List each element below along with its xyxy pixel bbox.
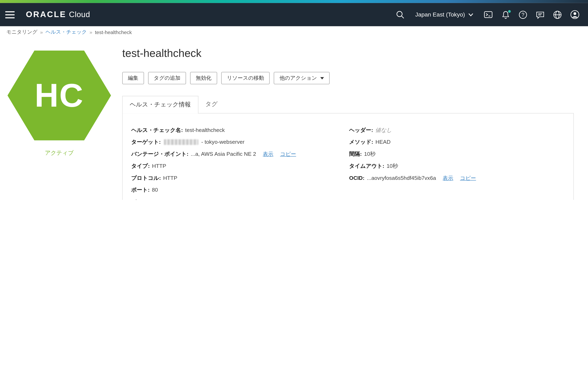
resource-avatar-initials: HC — [35, 76, 84, 115]
healthcheck-info-panel: ヘルス・チェック名: test-healthcheck ターゲット: - tok… — [122, 113, 574, 200]
redacted-target-value — [164, 139, 198, 145]
field-port: ポート: 80 — [131, 186, 349, 194]
breadcrumb-separator: » — [89, 29, 92, 35]
caret-down-icon — [320, 77, 324, 79]
field-method: メソッド: HEAD — [349, 138, 566, 146]
top-navigation-bar: ORACLE Cloud Japan East (Tokyo) — [0, 3, 588, 26]
more-actions-button[interactable]: 他のアクション — [274, 72, 330, 84]
notifications-bell-icon[interactable] — [501, 10, 510, 19]
details-left-column: ヘルス・チェック名: test-healthcheck ターゲット: - tok… — [131, 126, 349, 200]
language-globe-icon[interactable] — [553, 10, 562, 19]
tab-tags[interactable]: タグ — [198, 96, 225, 113]
status-badge: アクティブ — [8, 150, 111, 157]
field-protocol: プロトコル: HTTP — [131, 174, 349, 182]
tab-bar: ヘルス・チェック情報 タグ — [122, 96, 574, 113]
field-path: パス: / — [131, 198, 349, 200]
breadcrumb-item-monitoring: モニタリング — [6, 29, 37, 35]
main-content: test-healthcheck 編集 タグの追加 無効化 リソースの移動 他の… — [122, 38, 574, 200]
ocid-show-link[interactable]: 表示 — [443, 174, 453, 182]
oracle-cloud-logo[interactable]: ORACLE Cloud — [26, 10, 90, 20]
oracle-cloud-console-page: ORACLE Cloud Japan East (Tokyo) — [0, 0, 588, 200]
field-ocid: OCID: ...aovryfosa6s5hdf45ib7vx6a 表示 コピー — [349, 174, 566, 182]
page-title: test-healthcheck — [122, 47, 574, 59]
resource-avatar-hexagon: HC — [8, 50, 111, 141]
notification-dot — [508, 10, 511, 13]
breadcrumb-item-current: test-healthcheck — [95, 29, 132, 35]
menu-icon[interactable] — [5, 11, 15, 18]
add-tags-button[interactable]: タグの追加 — [148, 72, 186, 84]
details-right-column: ヘッダー: 値なし メソッド: HEAD 間隔: 10秒 タイムアウト: 10秒… — [349, 126, 573, 200]
brand-cloud: Cloud — [69, 10, 90, 19]
user-avatar-icon[interactable] — [570, 10, 580, 20]
ocid-copy-link[interactable]: コピー — [460, 174, 476, 182]
field-timeout: タイムアウト: 10秒 — [349, 162, 566, 170]
move-resource-button[interactable]: リソースの移動 — [221, 72, 270, 84]
edit-button[interactable]: 編集 — [122, 72, 144, 84]
vantage-copy-link[interactable]: コピー — [280, 150, 296, 158]
region-label: Japan East (Tokyo) — [415, 11, 465, 18]
action-toolbar: 編集 タグの追加 無効化 リソースの移動 他のアクション — [122, 72, 574, 84]
topbar-actions: Japan East (Tokyo) — [395, 10, 580, 20]
vantage-show-link[interactable]: 表示 — [263, 150, 273, 158]
field-vantage-points: バンテージ・ポイント: ...a, AWS Asia Pacific NE 2 … — [131, 150, 349, 158]
help-icon[interactable]: ? — [518, 10, 527, 19]
field-type: タイプ: HTTP — [131, 162, 349, 170]
breadcrumb: モニタリング » ヘルス・チェック » test-healthcheck — [0, 26, 132, 38]
region-selector[interactable]: Japan East (Tokyo) — [413, 11, 476, 18]
brand-oracle: ORACLE — [26, 10, 66, 20]
field-interval: 間隔: 10秒 — [349, 150, 566, 158]
field-headers: ヘッダー: 値なし — [349, 126, 566, 134]
breadcrumb-item-healthchecks[interactable]: ヘルス・チェック — [45, 29, 87, 35]
breadcrumb-separator: » — [40, 29, 43, 35]
search-icon[interactable] — [395, 10, 405, 20]
field-healthcheck-name: ヘルス・チェック名: test-healthcheck — [131, 126, 349, 134]
top-gradient-bar — [0, 0, 588, 3]
tab-healthcheck-info[interactable]: ヘルス・チェック情報 — [122, 96, 198, 113]
disable-button[interactable]: 無効化 — [190, 72, 217, 84]
chevron-down-icon — [468, 13, 473, 16]
field-target: ターゲット: - tokyo-webserver — [131, 138, 349, 146]
cloud-shell-icon[interactable] — [484, 10, 493, 20]
feedback-icon[interactable] — [536, 10, 545, 19]
svg-text:?: ? — [521, 12, 524, 17]
